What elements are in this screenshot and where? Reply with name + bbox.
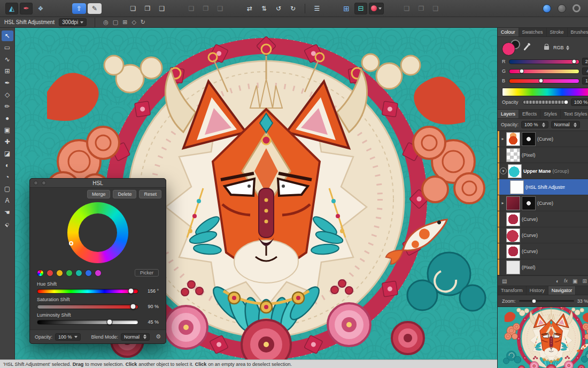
- layers-opacity-dropdown[interactable]: 100 %: [521, 121, 548, 128]
- opacity-dropdown[interactable]: 100 %: [55, 333, 81, 341]
- layer-row[interactable]: (Curve) ✓: [498, 227, 588, 243]
- tab-stroke[interactable]: Stroke: [547, 28, 568, 36]
- saturation-shift-slider[interactable]: [37, 304, 138, 309]
- blues-channel-swatch[interactable]: [85, 270, 92, 277]
- edit-button[interactable]: ✎: [88, 3, 102, 14]
- gear-icon[interactable]: ⚙: [156, 333, 161, 340]
- crop-tool[interactable]: ⊞: [2, 66, 13, 76]
- insert-behind-button[interactable]: ❏: [127, 3, 140, 14]
- assistant-icon[interactable]: [572, 4, 581, 12]
- layer-mask-thumbnail[interactable]: [522, 132, 536, 146]
- layer-effects-icon[interactable]: fx: [564, 278, 568, 283]
- blend-mode-dropdown[interactable]: Normal: [121, 333, 150, 341]
- colour-mode-dropdown[interactable]: RGB: [553, 45, 570, 50]
- luminosity-shift-thumb[interactable]: [107, 319, 113, 325]
- layer-row[interactable]: ▸ (Curve) ✓: [498, 195, 588, 211]
- red-channel-slider[interactable]: [509, 59, 579, 64]
- rotate-ccw-button[interactable]: ↺: [272, 3, 285, 14]
- blur-tool[interactable]: ◔: [2, 172, 13, 182]
- colour-opacity-slider[interactable]: [523, 100, 568, 104]
- transform-origin-button[interactable]: ◎: [103, 19, 109, 26]
- clone-tool[interactable]: ▣: [2, 125, 13, 135]
- tab-text-styles[interactable]: Text Styles: [561, 110, 588, 118]
- divide-button[interactable]: ❐: [415, 3, 428, 14]
- pixel-brush-tool[interactable]: ●: [2, 113, 13, 124]
- tab-navigator[interactable]: Navigator: [548, 286, 576, 295]
- colour-opacity-thumb[interactable]: [564, 100, 569, 105]
- show-alignment-handles-button[interactable]: ⊞: [122, 19, 127, 26]
- blue-channel-thumb[interactable]: [538, 79, 543, 83]
- disclosure-icon[interactable]: ▸: [499, 136, 506, 141]
- lasso-tool[interactable]: ∿: [2, 54, 13, 65]
- greens-channel-swatch[interactable]: [66, 270, 73, 277]
- cycle-selection-button[interactable]: ↻: [141, 19, 145, 26]
- blue-channel-value[interactable]: 115: [582, 77, 588, 85]
- merge-button[interactable]: Merge: [87, 190, 111, 198]
- colour-sync-icon[interactable]: [543, 4, 551, 13]
- hue-shift-thumb[interactable]: [128, 288, 134, 294]
- insert-top-button[interactable]: ❐: [141, 3, 154, 14]
- yellows-channel-swatch[interactable]: [56, 270, 63, 277]
- grid-toggle-button[interactable]: ⊞: [340, 3, 353, 14]
- reset-button[interactable]: Reset: [139, 190, 161, 198]
- eraser-tool[interactable]: ◪: [2, 148, 13, 159]
- layer-row[interactable]: ▸ (Curve) ✓: [498, 131, 588, 147]
- layer-row-group[interactable]: ▾ Upper Mane (Group) ✓: [498, 163, 588, 179]
- transform-separately-button[interactable]: ◇: [131, 19, 136, 26]
- tab-colour[interactable]: Colour: [498, 28, 519, 36]
- hand-tool[interactable]: ☚: [2, 207, 13, 218]
- hardware-toggle-icon[interactable]: [558, 4, 566, 13]
- saturation-shift-thumb[interactable]: [130, 304, 136, 310]
- rotate-cw-button[interactable]: ↻: [287, 3, 299, 14]
- hue-wheel[interactable]: [67, 202, 128, 263]
- tab-brushes[interactable]: Brushes: [568, 28, 588, 36]
- tab-styles[interactable]: Styles: [540, 110, 561, 118]
- red-channel-value[interactable]: 238: [582, 58, 588, 65]
- hide-selection-button[interactable]: ▢: [113, 19, 118, 26]
- hue-shift-slider[interactable]: [37, 289, 138, 294]
- layer-row[interactable]: (Curve) ✓: [498, 211, 588, 227]
- hsl-dialog-titlebar[interactable]: HSL: [30, 179, 166, 188]
- layer-thumbnail[interactable]: [506, 212, 520, 226]
- paint-brush-tool[interactable]: ✏: [2, 101, 13, 112]
- navigator-thumbnail[interactable]: [498, 307, 588, 368]
- eyedropper-icon[interactable]: [523, 44, 529, 50]
- layer-thumbnail[interactable]: [508, 164, 522, 178]
- pen-tool[interactable]: ✒: [2, 78, 13, 88]
- hsl-dialog[interactable]: HSL Merge Delete Reset: [29, 178, 166, 344]
- zoom-slider[interactable]: [519, 300, 574, 302]
- group-disclosure-icon[interactable]: ▾: [500, 167, 507, 174]
- new-layer-icon[interactable]: ⊞: [582, 278, 586, 284]
- cyans-channel-swatch[interactable]: [75, 270, 82, 277]
- colour-spectrum-bar[interactable]: [502, 88, 588, 96]
- tab-effects[interactable]: Effects: [519, 110, 540, 118]
- zoom-value[interactable]: 33 %: [577, 298, 588, 304]
- fill-stroke-swatches[interactable]: [502, 40, 521, 56]
- canvas[interactable]: HSL Merge Delete Reset: [15, 28, 497, 359]
- insert-inside-button[interactable]: ❑: [156, 3, 168, 14]
- layer-row-selected[interactable]: (HSL Shift Adjustment ✓: [498, 179, 588, 195]
- luminosity-shift-slider[interactable]: [37, 320, 138, 325]
- alignment-button[interactable]: ☰: [311, 3, 323, 14]
- layer-mask-thumbnail[interactable]: [522, 196, 536, 210]
- layer-row[interactable]: (Pixel) ✓: [498, 147, 588, 163]
- zoom-slider-thumb[interactable]: [532, 298, 537, 303]
- move-backward-button[interactable]: ❐: [199, 3, 212, 14]
- flip-horizontal-button[interactable]: ⇄: [243, 3, 256, 14]
- photo-persona-button[interactable]: ◭: [5, 3, 18, 14]
- slice-button[interactable]: ❏: [400, 3, 413, 14]
- magentas-channel-swatch[interactable]: [95, 270, 102, 277]
- adjustment-icon[interactable]: ◐: [556, 278, 559, 284]
- liquify-persona-button[interactable]: ✒: [20, 3, 33, 14]
- green-channel-thumb[interactable]: [520, 69, 524, 74]
- move-tool[interactable]: ↖: [2, 30, 13, 41]
- move-forward-button[interactable]: ❑: [214, 3, 227, 14]
- combine-button[interactable]: ❑: [429, 3, 442, 14]
- text-tool[interactable]: A: [2, 195, 13, 206]
- zoom-tool[interactable]: ○: [2, 219, 13, 229]
- picker-button[interactable]: Picker: [135, 269, 159, 277]
- tab-layers[interactable]: Layers: [498, 110, 519, 118]
- master-channel-swatch[interactable]: [37, 270, 44, 277]
- blue-channel-slider[interactable]: [509, 79, 579, 83]
- mask-layer-icon[interactable]: ▣: [572, 278, 577, 284]
